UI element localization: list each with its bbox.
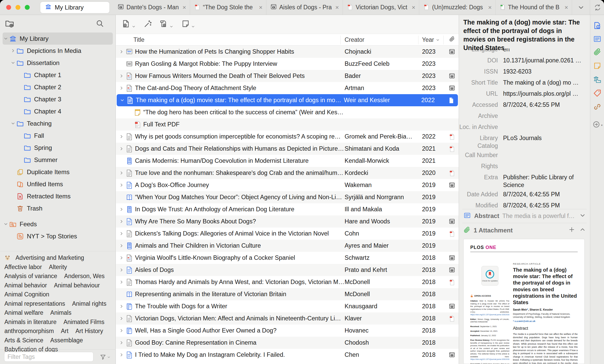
column-header-attachment[interactable]	[445, 36, 459, 44]
item-row[interactable]: Why is pet goods consumption imperceptib…	[116, 131, 459, 143]
tag-animals[interactable]: Animals	[50, 309, 71, 316]
close-tab-icon[interactable]: ×	[411, 4, 416, 11]
tag-anthropomorphism[interactable]: anthropomorphism	[4, 328, 54, 335]
twisty-closed-icon[interactable]	[118, 171, 125, 175]
item-row[interactable]: Dogs and Cats and Their Relationships wi…	[116, 143, 459, 155]
column-header-year[interactable]: Year	[422, 36, 445, 43]
item-row[interactable]: Animals and Their Children in Victorian …	[116, 240, 459, 252]
item-row[interactable]: Thomas Hardy and Animals by Anna West, a…	[116, 276, 459, 288]
item-row[interactable]: The Cat-and-Dog Theory of Attachment Sty…	[116, 82, 459, 94]
tab-my-library[interactable]: My Library	[40, 2, 109, 13]
sidenav-tags-button[interactable]	[590, 89, 604, 99]
twisty-closed-icon[interactable]	[118, 268, 125, 272]
tab-the-dog-stole-the[interactable]: “The Dog Stole the×	[190, 0, 266, 15]
sidebar-item-fall[interactable]: Fall	[0, 130, 115, 142]
sidebar-item-chapter-2[interactable]: Chapter 2	[0, 81, 115, 93]
item-row[interactable]: Victorian Dogs, Victorian Men: Affect an…	[116, 312, 459, 325]
twisty-closed-icon[interactable]	[118, 50, 125, 54]
sidebar-item-chapter-1[interactable]: Chapter 1	[0, 69, 115, 81]
tab-dante-s-dogs-man[interactable]: Dante's Dogs - Man×	[114, 0, 190, 15]
attachment-row[interactable]: Full Text PDF	[116, 118, 459, 131]
item-row[interactable]: Well, Has a Single Good Author Ever Owne…	[116, 325, 459, 337]
sidebar-item-duplicate-items[interactable]: Duplicate Items	[0, 166, 115, 178]
sidebar-item-dissertation[interactable]: Dissertation	[0, 57, 115, 69]
column-header-creator[interactable]: Creator	[345, 36, 422, 43]
twisty-closed-icon[interactable]	[118, 304, 125, 309]
twisty-closed-icon[interactable]	[118, 280, 125, 284]
tag-alterity[interactable]: Alterity	[49, 264, 67, 271]
tag-analysis-of-variance[interactable]: Analysis of variance	[4, 273, 57, 280]
column-divider[interactable]	[418, 36, 418, 44]
item-row[interactable]: Dickens's Talking Dogs: Allegories of An…	[116, 228, 459, 240]
twisty-closed-icon[interactable]	[118, 231, 125, 236]
new-attachment-button[interactable]	[159, 19, 173, 29]
sidebar-item-spring[interactable]: Spring	[0, 142, 115, 154]
new-item-button[interactable]	[122, 19, 136, 29]
sidebar-item-chapter-4[interactable]: Chapter 4	[0, 105, 115, 117]
twisty-open-icon[interactable]	[3, 36, 9, 41]
twisty-open-icon[interactable]	[10, 61, 16, 65]
twisty-open-icon[interactable]	[3, 222, 9, 226]
twisty-closed-icon[interactable]	[118, 183, 125, 187]
add-attachment-button[interactable]	[569, 227, 575, 234]
tag-filter-options[interactable]	[100, 354, 110, 360]
twisty-open-icon[interactable]	[119, 98, 125, 102]
tag-art[interactable]: Art	[61, 328, 68, 335]
item-row[interactable]: The making of a (dog) movie star: The ef…	[117, 94, 458, 106]
attachment-row[interactable]: “The dog hero has been critical to the s…	[116, 106, 459, 118]
twisty-closed-icon[interactable]	[10, 48, 16, 53]
tag-art-history[interactable]: Art History	[75, 328, 103, 335]
twisty-closed-icon[interactable]	[118, 316, 125, 321]
column-divider[interactable]	[340, 36, 341, 44]
sidebar-item-chapter-3[interactable]: Chapter 3	[0, 93, 115, 105]
tag-animal-welfare[interactable]: Animal welfare	[4, 309, 43, 316]
item-row[interactable]: How the Humanization of Pets Is Changing…	[116, 46, 459, 58]
sidebar-item-retracted-items[interactable]: Retracted Items	[0, 190, 115, 202]
twisty-closed-icon[interactable]	[118, 86, 125, 90]
add-by-identifier-button[interactable]	[143, 19, 153, 29]
tag-anderson-wes[interactable]: Anderson, Wes	[64, 273, 105, 280]
sidenav-related-button[interactable]	[590, 102, 604, 112]
column-divider[interactable]	[443, 36, 444, 44]
tag-animal-representations[interactable]: Animal representations	[4, 300, 65, 307]
item-row[interactable]: A Dog’s Box-Office JourneyWakeman2019	[116, 179, 459, 191]
sidenav-item-info-button[interactable]	[590, 21, 604, 31]
new-note-button[interactable]	[181, 19, 195, 29]
item-row[interactable]: How Famous Writers Mourned the Death of …	[116, 70, 459, 82]
twisty-closed-icon[interactable]	[118, 134, 125, 139]
sidenav-notes-button[interactable]	[590, 61, 604, 71]
sidebar-item-summer[interactable]: Summer	[0, 154, 115, 166]
close-tab-icon[interactable]: ×	[181, 4, 187, 11]
sidebar-item-feeds[interactable]: Feeds	[0, 218, 115, 230]
twisty-closed-icon[interactable]	[118, 74, 125, 78]
column-header-title[interactable]: Title	[133, 36, 345, 43]
sidebar-item-teaching[interactable]: Teaching	[0, 117, 115, 130]
minimize-window-button[interactable]	[15, 5, 20, 10]
twisty-closed-icon[interactable]	[118, 244, 125, 248]
item-row[interactable]: Canis Modernis: Human/Dog Coevolution in…	[116, 155, 459, 167]
item-row[interactable]: In Dogs We Trust: An Anthology of Americ…	[116, 203, 459, 215]
item-row[interactable]: The Trouble with Dogs for a WriterKnausg…	[116, 300, 459, 312]
item-row[interactable]: Good Boy: Canine Representation in Cinem…	[116, 337, 459, 349]
zoom-window-button[interactable]	[25, 5, 30, 10]
twisty-closed-icon[interactable]	[118, 328, 125, 333]
new-collection-button[interactable]	[5, 19, 14, 29]
attachments-section-header[interactable]: 1 Attachment	[459, 224, 590, 236]
tab-aisles-of-dogs-pra[interactable]: Aisles of Dogs - Pra×	[266, 0, 343, 15]
item-row[interactable]: Aisles of DogsPrato and Kehrt2018	[116, 264, 459, 276]
collection-search-icon[interactable]	[96, 19, 104, 29]
tag-animal-rights[interactable]: Animal rights	[72, 300, 106, 307]
tab-victorian-dogs-vict[interactable]: Victorian Dogs, Vict×	[343, 0, 419, 15]
sync-icon[interactable]	[594, 4, 601, 12]
sidebar-item-trash[interactable]: Trash	[0, 202, 115, 214]
twisty-open-icon[interactable]	[10, 121, 16, 126]
tab-list-chevron-down-icon[interactable]	[578, 4, 584, 12]
twisty-closed-icon[interactable]	[118, 341, 125, 345]
tab-un-muzzled-dogs[interactable]: (Un)muzzled: Dogs×	[419, 0, 496, 15]
collapse-section-chevron-up-icon[interactable]	[579, 227, 586, 234]
chevron-down-icon[interactable]	[579, 212, 586, 220]
close-tab-icon[interactable]: ×	[258, 4, 264, 11]
item-row[interactable]: True love and the nonhuman: Shakespeare'…	[116, 167, 459, 179]
item-row[interactable]: Ryan Gosling & Margot Robbie: The Puppy …	[116, 58, 459, 70]
item-row[interactable]: I Tried to Make My Dog an Instagram Cele…	[116, 349, 459, 361]
